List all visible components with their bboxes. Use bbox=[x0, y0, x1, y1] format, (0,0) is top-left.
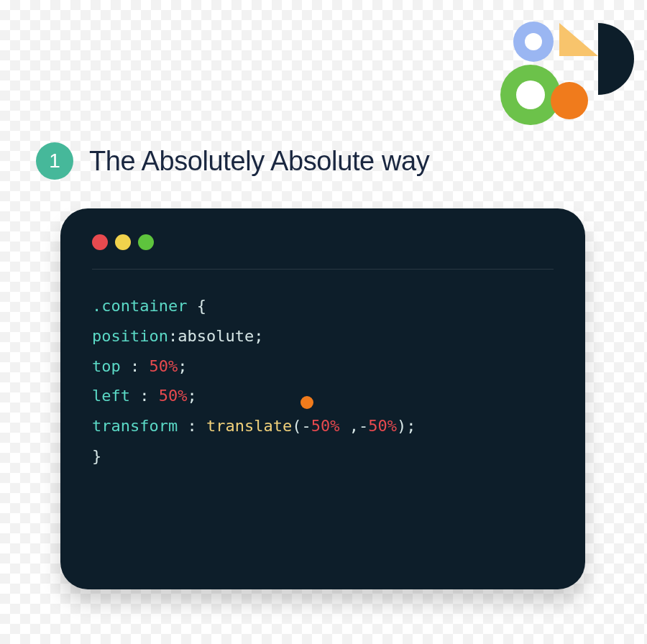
code-prop: transform bbox=[92, 417, 178, 435]
code-brace-close: } bbox=[92, 447, 101, 465]
code-block: .container { position:absolute; top : 50… bbox=[92, 291, 554, 531]
step-badge: 1 bbox=[36, 142, 73, 180]
svg-point-1 bbox=[525, 33, 542, 50]
code-brace-open: { bbox=[197, 297, 206, 315]
code-window: .container { position:absolute; top : 50… bbox=[60, 208, 585, 589]
heading-title: The Absolutely Absolute way bbox=[89, 146, 429, 177]
maximize-icon bbox=[138, 234, 154, 250]
code-prop: position bbox=[92, 327, 168, 345]
traffic-lights bbox=[92, 234, 554, 270]
code-prop: left bbox=[92, 387, 130, 405]
step-number: 1 bbox=[49, 150, 60, 172]
minimize-icon bbox=[115, 234, 131, 250]
decorative-shapes bbox=[490, 14, 634, 137]
svg-point-4 bbox=[551, 82, 588, 119]
heading-row: 1 The Absolutely Absolute way bbox=[36, 142, 429, 180]
svg-point-3 bbox=[516, 80, 545, 109]
code-selector: .container bbox=[92, 297, 187, 315]
center-point-icon bbox=[300, 396, 313, 409]
close-icon bbox=[92, 234, 108, 250]
code-prop: top bbox=[92, 357, 121, 375]
